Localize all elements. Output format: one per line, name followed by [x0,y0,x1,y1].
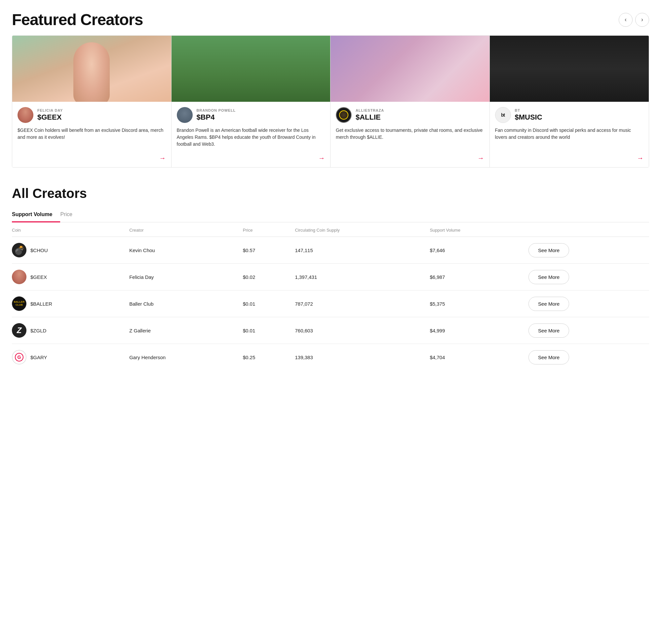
supply-geex: 1,397,431 [291,264,426,291]
coin-cell-geex: $GEEX [12,264,125,291]
table-header-row: Coin Creator Price Circulating Coin Supp… [12,222,649,237]
table-row: $GEEX Felicia Day $0.02 1,397,431 $6,987… [12,264,649,291]
creator-identity-allie: ALLIESTRAZA $ALLIE [336,107,484,123]
creator-name-felicia: FELICIA DAY [37,108,166,112]
creator-chou: Kevin Chou [125,237,239,264]
featured-grid: FELICIA DAY $GEEX $GEEX Coin holders wil… [12,36,649,167]
coin-cell-zgld: Z $ZGLD [12,317,125,344]
coin-symbol-baller: $BALLER [30,301,52,307]
action-chou: See More [524,237,649,264]
coin-icon-geex [12,270,26,284]
avatar-bt: bt [495,107,511,123]
creator-identity-bt: bt BT $MUSIC [495,107,644,123]
card-arrow-allie[interactable]: → [478,154,484,162]
avatar-felicia [18,107,33,123]
volume-geex: $6,987 [426,264,524,291]
creator-baller: Baller Club [125,291,239,317]
tab-price[interactable]: Price [60,208,80,222]
coin-cell-inner-geex: $GEEX [12,270,121,284]
creator-name-brandon: BRANDON POWELL [197,108,325,112]
card-arrow-felicia[interactable]: → [159,154,166,162]
svg-text:G: G [18,354,21,360]
creator-card-bt: bt BT $MUSIC Fan community in Discord wi… [490,36,649,167]
card-content-allie: ALLIESTRAZA $ALLIE Get exclusive access … [330,102,489,167]
card-image-allie [330,36,489,102]
card-arrow-brandon[interactable]: → [318,154,325,162]
volume-chou: $7,646 [426,237,524,264]
table-row: BALLERCLUB $BALLER Baller Club $0.01 787… [12,291,649,317]
coin-symbol-geex: $GEEX [30,274,47,280]
card-content-bt: bt BT $MUSIC Fan community in Discord wi… [490,102,649,167]
card-desc-allie: Get exclusive access to tournaments, pri… [336,127,484,148]
coin-cell-inner-gary: G $GARY [12,350,121,365]
card-image-bt [490,36,649,102]
see-more-button-chou[interactable]: See More [528,243,569,257]
volume-baller: $5,375 [426,291,524,317]
gary-logo-icon: G [15,353,23,362]
creator-info-bt: BT $MUSIC [515,108,644,122]
supply-gary: 139,383 [291,344,426,371]
creator-info-brandon: BRANDON POWELL $BP4 [197,108,325,122]
action-zgld: See More [524,317,649,344]
all-creators-section: All Creators Support Volume Price Coin C… [12,186,649,370]
coin-cell-inner-chou: 💣 $CHOU [12,243,121,257]
price-zgld: $0.01 [239,317,291,344]
volume-gary: $4,704 [426,344,524,371]
bomb-icon: 💣 [14,245,24,255]
card-image-felicia [12,36,171,102]
carousel-nav: ‹ › [619,13,649,27]
creator-coin-felicia: $GEEX [37,113,166,122]
avatar-allie [336,107,352,123]
creator-name-allie: ALLIESTRAZA [356,108,484,112]
supply-chou: 147,115 [291,237,426,264]
table-row: Z $ZGLD Z Gallerie $0.01 760,603 $4,999 … [12,317,649,344]
table-row: 💣 $CHOU Kevin Chou $0.57 147,115 $7,646 … [12,237,649,264]
next-button[interactable]: › [635,13,649,27]
coin-icon-gary: G [12,350,26,365]
see-more-button-geex[interactable]: See More [528,270,569,284]
action-gary: See More [524,344,649,371]
creator-geex: Felicia Day [125,264,239,291]
featured-title: Featured Creators [12,10,143,29]
card-desc-bt: Fan community in Discord with special pe… [495,127,644,148]
coin-cell-chou: 💣 $CHOU [12,237,125,264]
creators-table: Coin Creator Price Circulating Coin Supp… [12,222,649,370]
col-action [524,222,649,237]
tabs-bar: Support Volume Price [12,208,649,222]
price-chou: $0.57 [239,237,291,264]
creator-coin-brandon: $BP4 [197,113,325,122]
prev-button[interactable]: ‹ [619,13,633,27]
creator-card-allie: ALLIESTRAZA $ALLIE Get exclusive access … [330,36,490,167]
creator-identity-felicia: FELICIA DAY $GEEX [18,107,166,123]
creator-name-bt: BT [515,108,644,112]
coin-icon-zgld: Z [12,323,26,338]
avatar-brandon [177,107,193,123]
creator-identity-brandon: BRANDON POWELL $BP4 [177,107,325,123]
coin-symbol-chou: $CHOU [30,248,48,253]
creator-card-felicia: FELICIA DAY $GEEX $GEEX Coin holders wil… [12,36,172,167]
all-creators-title: All Creators [12,186,649,201]
see-more-button-baller[interactable]: See More [528,297,569,311]
col-creator: Creator [125,222,239,237]
price-gary: $0.25 [239,344,291,371]
creator-zgld: Z Gallerie [125,317,239,344]
action-baller: See More [524,291,649,317]
action-geex: See More [524,264,649,291]
coin-symbol-gary: $GARY [30,354,47,360]
tab-support-volume[interactable]: Support Volume [12,208,60,222]
price-geex: $0.02 [239,264,291,291]
volume-zgld: $4,999 [426,317,524,344]
see-more-button-zgld[interactable]: See More [528,323,569,338]
coin-cell-gary: G $GARY [12,344,125,371]
col-coin: Coin [12,222,125,237]
coin-symbol-zgld: $ZGLD [30,328,46,334]
price-baller: $0.01 [239,291,291,317]
card-desc-brandon: Brandon Powell is an American football w… [177,127,325,148]
coin-cell-inner-zgld: Z $ZGLD [12,323,121,338]
coin-icon-baller: BALLERCLUB [12,296,26,311]
card-arrow-bt[interactable]: → [637,154,643,162]
card-content-felicia: FELICIA DAY $GEEX $GEEX Coin holders wil… [12,102,171,167]
creator-gary: Gary Henderson [125,344,239,371]
coin-cell-inner-baller: BALLERCLUB $BALLER [12,296,121,311]
see-more-button-gary[interactable]: See More [528,350,569,365]
